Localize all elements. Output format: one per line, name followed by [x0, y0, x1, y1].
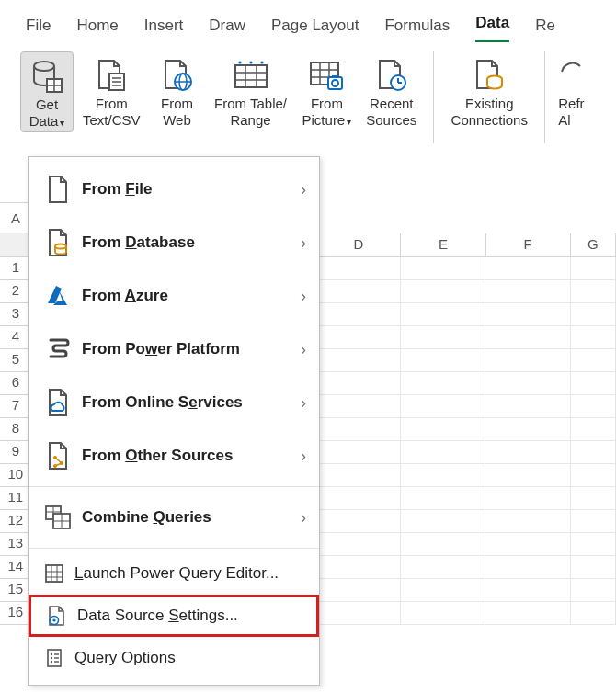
- cell[interactable]: [401, 280, 485, 303]
- cell[interactable]: [571, 418, 616, 441]
- cell[interactable]: [401, 372, 485, 395]
- cell[interactable]: [485, 349, 570, 372]
- cell[interactable]: [401, 303, 485, 326]
- tab-insert[interactable]: Insert: [144, 17, 184, 42]
- menu-from-online-services[interactable]: From Online Services ›: [29, 376, 319, 429]
- cell[interactable]: [316, 533, 401, 556]
- cell[interactable]: [401, 418, 485, 441]
- cell[interactable]: [571, 303, 616, 326]
- cell[interactable]: [571, 280, 616, 303]
- tab-partial-cut[interactable]: Re: [535, 17, 555, 42]
- cell[interactable]: [485, 418, 570, 441]
- get-data-button[interactable]: Get Data▾: [20, 51, 74, 132]
- cell[interactable]: [571, 533, 616, 556]
- cell[interactable]: [316, 487, 401, 510]
- cell[interactable]: [571, 349, 616, 372]
- cell[interactable]: [485, 326, 570, 349]
- column-header-e[interactable]: E: [401, 233, 485, 257]
- existing-connections-button[interactable]: Existing Connections: [445, 51, 533, 130]
- chevron-right-icon: ›: [301, 393, 306, 413]
- cell[interactable]: [571, 464, 616, 487]
- tab-formulas[interactable]: Formulas: [384, 17, 450, 42]
- cell[interactable]: [401, 487, 485, 510]
- cell[interactable]: [316, 395, 401, 418]
- tab-page-layout[interactable]: Page Layout: [271, 17, 359, 42]
- cell[interactable]: [316, 602, 401, 625]
- from-text-csv-button[interactable]: From Text/CSV: [77, 51, 146, 130]
- cell[interactable]: [485, 441, 570, 464]
- cell[interactable]: [485, 510, 570, 533]
- from-picture-button[interactable]: From Picture▾: [297, 51, 358, 130]
- cell[interactable]: [571, 372, 616, 395]
- text-file-icon: [96, 55, 127, 96]
- cell[interactable]: [316, 257, 401, 280]
- cell[interactable]: [401, 349, 485, 372]
- menu-from-power-platform[interactable]: From Power Platform ›: [29, 323, 319, 376]
- menu-launch-power-query-editor[interactable]: Launch Power Query Editor...: [29, 552, 319, 595]
- cell[interactable]: [485, 464, 570, 487]
- from-text-csv-label1: From: [96, 96, 128, 112]
- cell[interactable]: [316, 441, 401, 464]
- cell[interactable]: [571, 510, 616, 533]
- refresh-all-button-cut[interactable]: Refr Al: [556, 51, 589, 130]
- cell[interactable]: [316, 349, 401, 372]
- menu-from-database[interactable]: From Database ›: [29, 216, 319, 269]
- menu-from-azure[interactable]: From Azure ›: [29, 269, 319, 323]
- get-data-dropdown: From File › From Database › From Azure ›…: [28, 156, 320, 686]
- cell[interactable]: [401, 441, 485, 464]
- cell[interactable]: [316, 303, 401, 326]
- recent-sources-button[interactable]: Recent Sources: [360, 51, 422, 130]
- cell[interactable]: [401, 579, 485, 602]
- cell[interactable]: [316, 579, 401, 602]
- cell[interactable]: [485, 372, 570, 395]
- menu-from-other-sources[interactable]: From Other Sources ›: [29, 429, 319, 482]
- cell[interactable]: [571, 487, 616, 510]
- cell[interactable]: [316, 418, 401, 441]
- cell[interactable]: [485, 579, 570, 602]
- cell[interactable]: [485, 257, 570, 280]
- cell[interactable]: [316, 326, 401, 349]
- tab-draw[interactable]: Draw: [209, 17, 245, 42]
- cell[interactable]: [316, 372, 401, 395]
- cell[interactable]: [401, 257, 485, 280]
- cell[interactable]: [485, 395, 570, 418]
- cell[interactable]: [316, 280, 401, 303]
- tab-data[interactable]: Data: [475, 14, 509, 42]
- cell[interactable]: [485, 303, 570, 326]
- cell[interactable]: [485, 602, 570, 625]
- cell[interactable]: [485, 533, 570, 556]
- cell[interactable]: [571, 395, 616, 418]
- cell[interactable]: [401, 326, 485, 349]
- cell[interactable]: [401, 556, 485, 579]
- column-header-g[interactable]: G: [571, 233, 616, 257]
- cell[interactable]: [401, 510, 485, 533]
- menu-combine-queries[interactable]: Combine Queries ›: [29, 491, 319, 544]
- cell[interactable]: [571, 579, 616, 602]
- cell[interactable]: [401, 602, 485, 625]
- cell[interactable]: [401, 533, 485, 556]
- cell[interactable]: [571, 257, 616, 280]
- menu-data-source-settings[interactable]: Data Source Settings...: [29, 595, 319, 637]
- tab-file[interactable]: File: [26, 17, 51, 42]
- menu-from-file[interactable]: From File ›: [29, 163, 319, 216]
- cell[interactable]: [571, 441, 616, 464]
- cell[interactable]: [485, 556, 570, 579]
- from-web-button[interactable]: From Web: [150, 51, 205, 130]
- cell[interactable]: [401, 395, 485, 418]
- cell[interactable]: [316, 510, 401, 533]
- cell[interactable]: [485, 280, 570, 303]
- cell[interactable]: [485, 487, 570, 510]
- tab-home[interactable]: Home: [76, 17, 118, 42]
- cell[interactable]: [401, 464, 485, 487]
- column-header-f[interactable]: F: [486, 233, 571, 257]
- menu-query-options[interactable]: Query Options: [29, 637, 319, 679]
- cell[interactable]: [571, 556, 616, 579]
- cell[interactable]: [316, 556, 401, 579]
- column-header-d[interactable]: D: [316, 233, 401, 257]
- file-icon: [41, 175, 74, 204]
- cell[interactable]: [571, 602, 616, 625]
- cell[interactable]: [571, 326, 616, 349]
- from-table-range-button[interactable]: From Table/ Range: [209, 51, 293, 130]
- cell[interactable]: [316, 464, 401, 487]
- ribbon-divider-2: [544, 51, 545, 143]
